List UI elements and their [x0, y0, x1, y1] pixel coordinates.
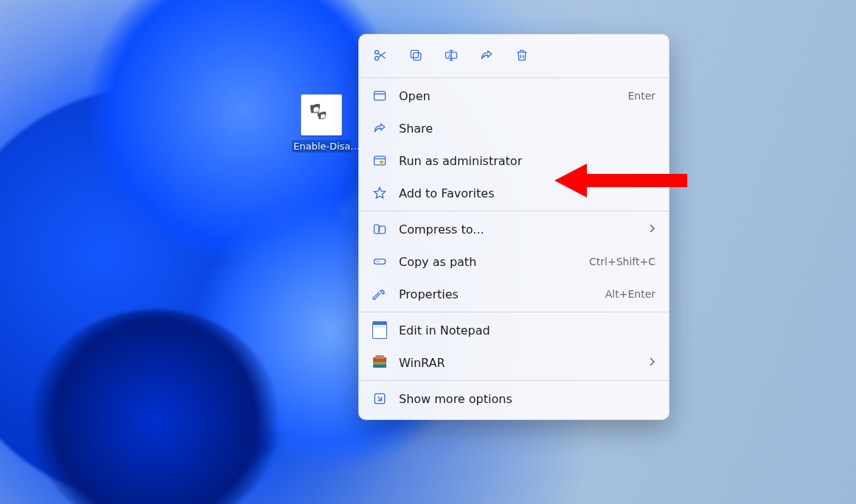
menu-item-add-to-favorites[interactable]: Add to Favorites	[363, 177, 664, 209]
menu-item-show-more-options[interactable]: Show more options	[363, 382, 664, 415]
copy-icon	[408, 48, 423, 63]
trash-icon	[515, 48, 529, 63]
cut-button[interactable]	[365, 41, 396, 70]
menu-item-open[interactable]: Open Enter	[363, 80, 664, 112]
menu-item-label: Add to Favorites	[399, 186, 655, 200]
quick-action-row: A	[363, 39, 664, 76]
menu-item-label: Properties	[399, 287, 594, 301]
menu-item-label: Show more options	[399, 392, 655, 406]
menu-item-properties[interactable]: Properties Alt+Enter	[363, 278, 664, 310]
share-action-button[interactable]	[471, 41, 502, 70]
shield-run-icon	[372, 153, 387, 168]
menu-item-accel: Enter	[627, 90, 655, 102]
menu-item-share[interactable]: Share	[363, 112, 664, 144]
menu-separator	[359, 211, 669, 211]
menu-item-accel: Ctrl+Shift+C	[589, 256, 655, 267]
menu-item-label: Compress to...	[399, 223, 636, 237]
delete-button[interactable]	[507, 41, 537, 70]
gears-icon	[301, 94, 342, 136]
chevron-right-icon	[648, 223, 655, 237]
rename-icon: A	[444, 48, 459, 63]
wrench-icon	[372, 287, 387, 301]
context-menu: A Open Enter Share Run as administrator …	[358, 34, 669, 420]
zip-folder-icon	[372, 222, 387, 237]
svg-rect-6	[375, 91, 386, 100]
menu-separator	[359, 380, 669, 381]
menu-item-copy-as-path[interactable]: Copy as path Ctrl+Shift+C	[363, 245, 664, 278]
svg-text:A: A	[448, 53, 452, 59]
star-icon	[372, 186, 387, 200]
menu-item-accel: Alt+Enter	[605, 288, 655, 300]
menu-item-label: Share	[399, 122, 655, 136]
menu-item-edit-in-notepad[interactable]: Edit in Notepad	[363, 314, 664, 346]
winrar-icon	[372, 355, 387, 370]
rename-button[interactable]: A	[436, 41, 467, 70]
chevron-right-icon	[648, 356, 655, 370]
app-window-icon	[372, 88, 387, 103]
menu-separator	[359, 312, 669, 312]
desktop-file-label: Enable-Disa...	[292, 140, 351, 153]
desktop-file-icon[interactable]: Enable-Disa...	[292, 94, 351, 153]
menu-item-label: Run as administrator	[399, 154, 655, 168]
copy-button[interactable]	[400, 41, 431, 70]
notepad-icon	[372, 323, 387, 337]
menu-item-compress[interactable]: Compress to...	[363, 213, 664, 245]
share-arrow-icon	[479, 48, 494, 63]
share-icon	[372, 121, 387, 136]
menu-separator	[359, 77, 669, 78]
menu-item-label: Open	[399, 89, 616, 103]
scissors-icon	[373, 48, 388, 63]
menu-item-winrar[interactable]: WinRAR	[363, 346, 664, 379]
svg-rect-2	[414, 53, 421, 60]
svg-rect-8	[375, 259, 386, 265]
menu-item-label: Edit in Notepad	[399, 323, 655, 337]
menu-item-label: Copy as path	[399, 255, 577, 269]
expand-icon	[372, 391, 387, 406]
menu-item-label: WinRAR	[399, 356, 636, 370]
svg-rect-3	[411, 50, 418, 57]
menu-item-run-as-admin[interactable]: Run as administrator	[363, 144, 664, 177]
svg-rect-7	[375, 156, 386, 165]
path-icon	[372, 254, 387, 269]
